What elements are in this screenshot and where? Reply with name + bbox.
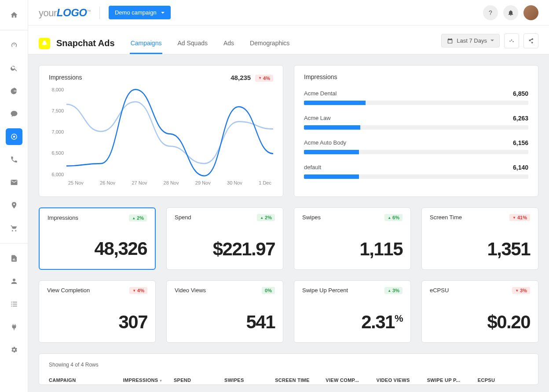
metric-value: $0.20 — [430, 312, 530, 333]
home-icon — [10, 11, 18, 19]
divider — [99, 7, 100, 19]
impressions-bars-card: Impressions Acme Dental6,850Acme Law6,26… — [294, 65, 538, 197]
nav-calls[interactable] — [6, 151, 22, 168]
content: Impressions 48,235 ▼4% 8,0007,5007,0006,… — [28, 54, 549, 392]
metric-card-spend[interactable]: Spend▲2%$221.97 — [166, 207, 283, 270]
th-impressions[interactable]: IMPRESSIONS▼ — [123, 377, 174, 383]
bar-track — [304, 125, 528, 130]
filter-button[interactable] — [504, 33, 519, 48]
metric-value: 1,115 — [302, 239, 403, 260]
bars-list: Acme Dental6,850Acme Law6,263Acme Auto B… — [304, 90, 528, 179]
bar-fill — [304, 125, 360, 130]
metric-value: 2.31% — [302, 312, 403, 333]
nav-dashboard[interactable] — [6, 37, 22, 54]
bars-title: Impressions — [304, 73, 528, 80]
line-chart — [66, 87, 273, 188]
campaign-selector[interactable]: Demo campaign — [109, 6, 171, 19]
th-campaign[interactable]: CAMPAIGN — [49, 377, 123, 383]
campaigns-table: Showing 4 of 4 Rows CAMPAIGNIMPRESSIONS▼… — [39, 353, 538, 385]
nav-integrations[interactable] — [6, 319, 22, 335]
date-range-selector[interactable]: Last 7 Days — [441, 34, 500, 47]
metric-card-impressions[interactable]: Impressions▲2%48,326 — [39, 207, 156, 270]
chart-delta: ▼4% — [251, 73, 273, 82]
tabs: CampaignsAd SquadsAdsDemographics — [130, 33, 291, 54]
topbar: yourLOGO™ Demo campaign ? — [28, 0, 549, 25]
th-video-views[interactable]: VIDEO VIEWS — [377, 377, 427, 383]
nav-reports[interactable] — [6, 250, 22, 267]
notifications-button[interactable] — [503, 5, 518, 20]
share-button[interactable] — [523, 33, 538, 48]
nav-mail[interactable] — [6, 174, 22, 191]
bar-row: Acme Dental6,850 — [304, 90, 528, 105]
tab-ad-squads[interactable]: Ad Squads — [176, 33, 209, 54]
metric-card-screen-time[interactable]: Screen Time▼41%1,351 — [421, 207, 538, 270]
nav-chat[interactable] — [6, 105, 22, 122]
divider — [0, 243, 28, 243]
logo: yourLOGO™ — [39, 7, 91, 19]
nav-search[interactable] — [6, 60, 22, 76]
svg-point-1 — [13, 136, 15, 138]
metric-value: 1,351 — [430, 239, 530, 260]
bar-track — [304, 101, 528, 105]
nav-places[interactable] — [6, 197, 22, 214]
calendar-icon — [447, 38, 453, 44]
user-icon — [10, 277, 18, 285]
campaign-label: Demo campaign — [115, 9, 157, 16]
help-button[interactable]: ? — [483, 5, 498, 20]
nav-store[interactable] — [6, 220, 22, 236]
metric-value: 307 — [47, 312, 147, 333]
page-header: Snapchat Ads CampaignsAd SquadsAdsDemogr… — [28, 25, 549, 54]
metric-card-ecpsu[interactable]: eCPSU▼3%$0.20 — [421, 280, 538, 343]
table-info: Showing 4 of 4 Rows — [49, 362, 528, 368]
logo-prefix: your — [39, 7, 57, 18]
bar-track — [304, 174, 528, 179]
gear-icon — [10, 346, 18, 354]
logo-bold: LOGO — [57, 7, 87, 18]
chat-icon — [10, 110, 18, 118]
th-screen-time[interactable]: SCREEN TIME — [275, 377, 326, 383]
bar-value: 6,156 — [513, 139, 528, 146]
nav-tasks[interactable] — [6, 296, 22, 312]
metric-card-swipe-up-percent[interactable]: Swipe Up Percent▲3%2.31% — [294, 280, 411, 343]
bar-label: Acme Dental — [304, 90, 337, 97]
tab-demographics[interactable]: Demographics — [249, 33, 290, 54]
metric-card-video-views[interactable]: Video Views0%541 — [166, 280, 283, 343]
th-swipe-up-p-[interactable]: SWIPE UP P... — [427, 377, 478, 383]
th-swipes[interactable]: SWIPES — [224, 377, 275, 383]
logo-tm: ™ — [87, 9, 91, 13]
th-spend[interactable]: SPEND — [174, 377, 224, 383]
phone-icon — [10, 156, 18, 163]
bar-value: 6,850 — [513, 90, 528, 97]
nav-user[interactable] — [6, 273, 22, 290]
metric-label: eCPSU — [430, 287, 449, 294]
nav-home[interactable] — [6, 7, 22, 23]
metric-card-swipes[interactable]: Swipes▲6%1,115 — [294, 207, 411, 270]
th-view-comp-[interactable]: VIEW COMP... — [326, 377, 376, 383]
nav-ads[interactable] — [6, 128, 22, 145]
th-ecpsu[interactable]: ECPSU — [478, 377, 528, 383]
bar-track — [304, 150, 528, 154]
nav-analytics[interactable] — [6, 83, 22, 99]
metric-label: Spend — [175, 214, 191, 221]
tab-ads[interactable]: Ads — [223, 33, 235, 54]
bar-label: default — [304, 164, 321, 171]
pie-icon — [10, 87, 18, 95]
bell-icon — [507, 9, 514, 16]
bar-row: Acme Law6,263 — [304, 115, 528, 130]
metric-card-view-completion[interactable]: View Completion▼4%307 — [39, 280, 156, 343]
bar-fill — [304, 150, 359, 154]
bar-row: default6,140 — [304, 164, 528, 179]
metric-label: Impressions — [48, 214, 78, 221]
date-range-label: Last 7 Days — [457, 37, 487, 44]
sliders-icon — [509, 38, 515, 44]
tab-campaigns[interactable]: Campaigns — [130, 33, 163, 54]
avatar[interactable] — [523, 5, 538, 20]
target-icon — [10, 133, 18, 141]
bar-fill — [304, 101, 366, 105]
table-header: CAMPAIGNIMPRESSIONS▼SPENDSWIPESSCREEN TI… — [49, 377, 528, 383]
page-title: Snapchat Ads — [56, 38, 115, 48]
impressions-chart-card: Impressions 48,235 ▼4% 8,0007,5007,0006,… — [39, 65, 283, 197]
sidebar — [0, 0, 28, 392]
nav-settings[interactable] — [6, 341, 22, 358]
metric-value: 48,326 — [48, 238, 147, 259]
